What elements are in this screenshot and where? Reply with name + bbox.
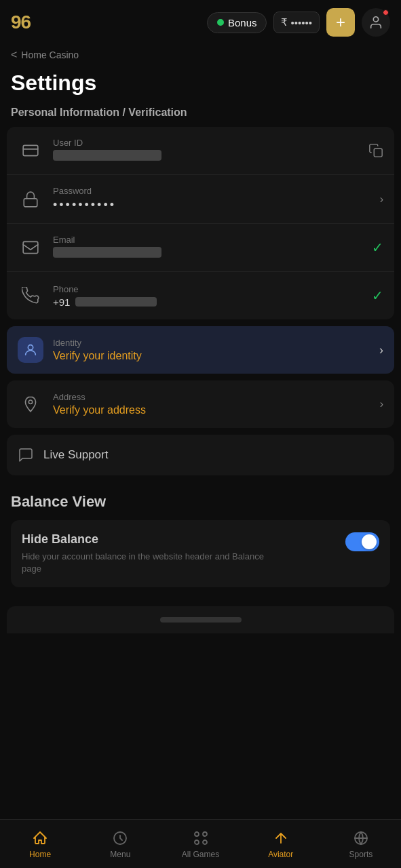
bottom-nav: Home Menu All Games Aviator	[0, 819, 401, 868]
chat-icon	[18, 447, 34, 463]
identity-icon-wrap	[18, 337, 43, 363]
phone-label: Phone	[53, 284, 362, 294]
identity-content: Identity Verify your identity	[53, 338, 370, 362]
partial-settings-section	[7, 606, 394, 633]
hide-balance-block: Hide Balance Hide your account balance i…	[11, 520, 390, 587]
address-block: Address Verify your address ›	[7, 380, 394, 428]
home-nav-icon	[31, 829, 49, 847]
identity-chevron-icon: ›	[379, 343, 383, 357]
email-label: Email	[53, 235, 362, 245]
home-nav-label: Home	[29, 850, 51, 859]
copy-icon	[368, 143, 383, 158]
email-icon	[18, 235, 43, 260]
user-id-icon	[18, 138, 43, 163]
check-icon: ✓	[372, 239, 383, 256]
svg-point-6	[28, 400, 32, 403]
nav-menu[interactable]: Menu	[80, 820, 160, 868]
identity-label: Identity	[53, 338, 370, 348]
section-header: Personal Information / Verification	[0, 106, 401, 127]
password-chevron[interactable]: ›	[380, 193, 383, 205]
address-icon	[18, 391, 43, 417]
password-icon	[18, 186, 43, 212]
svg-point-11	[203, 840, 207, 844]
phone-check-icon: ✓	[372, 288, 383, 304]
hide-balance-text: Hide Balance Hide your account balance i…	[22, 532, 280, 575]
phone-value: +91	[53, 296, 362, 308]
nav-home[interactable]: Home	[0, 820, 80, 868]
email-content: Email	[53, 235, 362, 260]
balance-section-title: Balance View	[11, 493, 390, 511]
address-item[interactable]: Address Verify your address ›	[7, 380, 394, 428]
svg-point-5	[28, 345, 33, 350]
rupee-icon: ₹	[281, 16, 288, 28]
nav-all-games[interactable]: All Games	[160, 820, 240, 868]
phone-icon	[18, 283, 43, 309]
menu-nav-icon	[111, 829, 129, 847]
aviator-nav-label: Aviator	[268, 850, 293, 859]
svg-rect-1	[23, 145, 38, 155]
hide-balance-row: Hide Balance Hide your account balance i…	[22, 532, 379, 575]
email-verified: ✓	[372, 239, 383, 256]
partial-indicator	[160, 617, 242, 623]
user-id-value	[53, 150, 161, 161]
phone-verified: ✓	[372, 288, 383, 304]
balance-section: Balance View Hide Balance Hide your acco…	[0, 482, 401, 599]
sports-nav-label: Sports	[349, 850, 373, 859]
profile-icon	[368, 15, 383, 30]
hide-balance-title: Hide Balance	[22, 532, 280, 547]
header: 96 Bonus ₹ •••••• +	[0, 0, 401, 45]
identity-chevron[interactable]: ›	[379, 343, 383, 357]
user-id-content: User ID	[53, 138, 359, 163]
aviator-nav-icon	[272, 829, 290, 847]
svg-point-9	[203, 832, 207, 836]
nav-aviator[interactable]: Aviator	[241, 820, 321, 868]
notification-dot	[383, 9, 389, 16]
bonus-label: Bonus	[228, 17, 257, 28]
sports-nav-icon	[352, 829, 370, 847]
identity-item[interactable]: Identity Verify your identity ›	[7, 326, 394, 374]
personal-info-block: User ID Password •••••••••• ›	[7, 127, 394, 319]
svg-point-10	[195, 840, 199, 844]
svg-point-8	[195, 832, 199, 836]
address-content: Address Verify your address	[53, 392, 370, 416]
phone-content: Phone +91	[53, 284, 362, 308]
app-logo[interactable]: 96	[11, 12, 31, 33]
hide-balance-desc: Hide your account balance in the website…	[22, 551, 280, 575]
svg-rect-4	[23, 241, 38, 253]
password-label: Password	[53, 186, 370, 196]
password-item: Password •••••••••• ›	[7, 175, 394, 224]
phone-item: Phone +91 ✓	[7, 272, 394, 319]
balance-button[interactable]: ₹ ••••••	[273, 12, 320, 33]
hide-balance-toggle[interactable]	[345, 532, 379, 551]
all-games-nav-icon	[192, 829, 210, 847]
svg-rect-2	[374, 149, 382, 157]
email-value	[53, 247, 161, 258]
address-cta: Verify your address	[53, 404, 370, 416]
profile-button[interactable]	[362, 8, 390, 37]
user-id-label: User ID	[53, 138, 359, 148]
copy-action[interactable]	[368, 143, 383, 158]
live-support-item[interactable]: Live Support	[7, 435, 394, 475]
chevron-right-icon: ›	[380, 193, 383, 205]
bonus-button[interactable]: Bonus	[207, 12, 267, 33]
toggle-thumb	[362, 534, 377, 549]
email-item: Email ✓	[7, 224, 394, 272]
breadcrumb[interactable]: < Home Casino	[0, 45, 401, 68]
breadcrumb-label: Home Casino	[21, 50, 79, 60]
identity-cta: Verify your identity	[53, 350, 370, 362]
address-label: Address	[53, 392, 370, 402]
address-chevron[interactable]: ›	[380, 398, 383, 410]
back-arrow: <	[11, 49, 17, 61]
all-games-nav-label: All Games	[182, 850, 219, 859]
live-support-block[interactable]: Live Support	[7, 435, 394, 475]
page-title: Settings	[0, 68, 401, 106]
add-funds-button[interactable]: +	[326, 8, 355, 37]
identity-block: Identity Verify your identity ›	[7, 326, 394, 374]
menu-nav-label: Menu	[110, 850, 130, 859]
password-content: Password ••••••••••	[53, 186, 370, 212]
password-value: ••••••••••	[53, 198, 370, 212]
nav-sports[interactable]: Sports	[321, 820, 401, 868]
bonus-online-dot	[217, 19, 224, 26]
identity-icon	[23, 342, 38, 357]
svg-point-0	[373, 17, 378, 22]
